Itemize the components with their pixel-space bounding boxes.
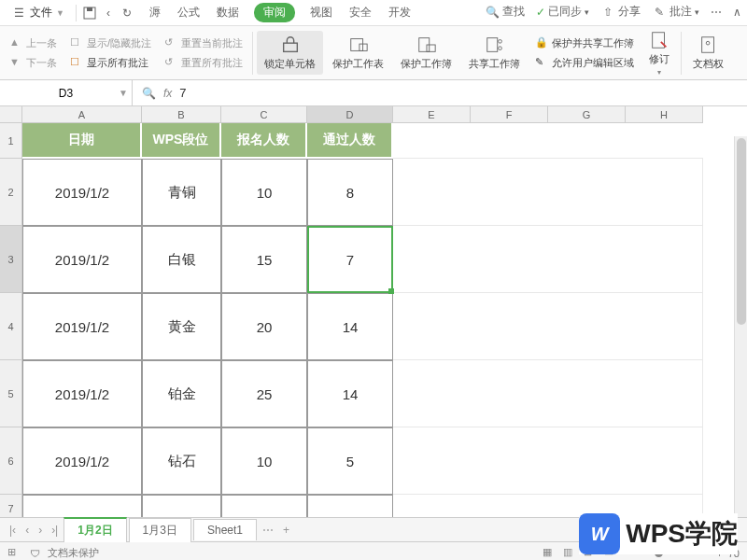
share-button[interactable]: ⇧分享 xyxy=(600,4,641,20)
nav-back-icon[interactable]: ‹ xyxy=(101,6,116,21)
row-header-2[interactable]: 2 xyxy=(0,159,22,226)
cell[interactable]: 青铜 xyxy=(142,159,221,226)
view-normal-icon[interactable]: ▦ xyxy=(543,546,557,561)
lock-cell-button[interactable]: 锁定单元格 xyxy=(257,31,323,75)
refresh-icon[interactable]: ↻ xyxy=(120,6,134,21)
cell[interactable] xyxy=(393,226,703,293)
sheet-add[interactable]: + xyxy=(279,524,293,537)
sheet-nav-last[interactable]: ›| xyxy=(48,524,62,537)
col-header-e[interactable]: E xyxy=(393,106,471,123)
tab-0[interactable]: 溽 xyxy=(148,3,162,22)
cell[interactable]: 2019/1/2 xyxy=(22,360,142,427)
grid-mode-icon[interactable]: ⊞ xyxy=(7,546,22,561)
cell[interactable]: 10 xyxy=(221,159,307,226)
select-all-corner[interactable] xyxy=(0,106,22,123)
cell[interactable]: 2019/1/2 xyxy=(22,159,142,226)
cell[interactable]: 14 xyxy=(307,293,393,360)
zoom-fx-icon[interactable]: 🔍 xyxy=(142,87,156,100)
chevron-down-icon[interactable]: ▼ xyxy=(119,88,128,98)
more-icon[interactable]: ⋯ xyxy=(711,6,722,19)
cell[interactable]: 25 xyxy=(221,360,307,427)
sheet-more[interactable]: ⋯ xyxy=(259,524,277,537)
scroll-thumb[interactable] xyxy=(737,138,746,325)
cell-grid[interactable]: 日期 WPS段位 报名人数 通过人数 2019/1/2 青铜 10 8 2019… xyxy=(22,123,703,517)
name-box[interactable]: ▼ xyxy=(0,80,133,105)
row-header-4[interactable]: 4 xyxy=(0,293,22,360)
tab-security[interactable]: 安全 xyxy=(347,3,374,22)
col-header-b[interactable]: B xyxy=(142,106,221,123)
cell[interactable]: 15 xyxy=(221,226,307,293)
tab-formula[interactable]: 公式 xyxy=(176,3,202,22)
sheet-nav-first[interactable]: |‹ xyxy=(6,524,20,537)
save-icon[interactable] xyxy=(82,6,97,21)
doc-permission-button[interactable]: 文档权 xyxy=(685,31,731,75)
row-header-5[interactable]: 5 xyxy=(0,360,22,427)
header-signup[interactable]: 报名人数 xyxy=(221,123,307,159)
col-header-f[interactable]: F xyxy=(471,106,548,123)
cell[interactable]: 7 xyxy=(307,226,393,293)
cell[interactable] xyxy=(393,427,703,495)
sheet-tab-3[interactable]: Sheet1 xyxy=(193,519,257,540)
find-button[interactable]: 🔍查找 xyxy=(485,4,525,20)
next-comment[interactable]: ▼下一条 xyxy=(7,54,59,72)
cell[interactable]: 2019/1/2 xyxy=(22,226,142,293)
cell[interactable]: 5 xyxy=(307,427,393,495)
tab-view[interactable]: 视图 xyxy=(308,3,334,22)
share-book-button[interactable]: 共享工作簿 xyxy=(461,31,528,75)
cell[interactable]: 钻石 xyxy=(142,427,221,495)
header-rank[interactable]: WPS段位 xyxy=(142,123,221,159)
tab-data[interactable]: 数据 xyxy=(215,3,241,22)
cell[interactable] xyxy=(393,293,703,360)
protect-book-button[interactable]: 保护工作簿 xyxy=(393,31,459,75)
expand-icon[interactable]: ∧ xyxy=(733,6,741,19)
col-header-g[interactable]: G xyxy=(548,106,626,123)
cell[interactable] xyxy=(393,159,703,226)
cell[interactable]: 10 xyxy=(221,495,307,517)
cell[interactable]: 黄金 xyxy=(142,293,221,360)
cell-reference-input[interactable] xyxy=(29,87,104,100)
cell[interactable]: 王者 xyxy=(142,495,221,517)
cell[interactable]: 8 xyxy=(307,159,393,226)
cell[interactable] xyxy=(393,360,703,427)
tab-develop[interactable]: 开发 xyxy=(387,3,413,22)
cell[interactable]: 10 xyxy=(221,427,307,495)
revise-button[interactable]: 修订▾ xyxy=(641,26,677,80)
sheet-nav-next[interactable]: › xyxy=(35,524,46,537)
cell[interactable]: 2019/1/2 xyxy=(22,427,142,495)
sheet-nav-prev[interactable]: ‹ xyxy=(21,524,33,537)
sync-button[interactable]: ✓已同步▾ xyxy=(536,4,589,20)
col-header-d[interactable]: D xyxy=(307,106,393,123)
row-header-1[interactable]: 1 xyxy=(0,123,22,159)
reset-all[interactable]: ↺重置所有批注 xyxy=(162,54,245,72)
cell[interactable]: 14 xyxy=(307,360,393,427)
header-pass[interactable]: 通过人数 xyxy=(307,123,393,159)
tab-review[interactable]: 审阅 xyxy=(254,3,295,22)
sheet-tab-1[interactable]: 1月2日 xyxy=(63,517,126,542)
cell[interactable]: 2019/1/2 xyxy=(22,495,142,517)
formula-value[interactable]: 7 xyxy=(179,86,186,100)
row-header-3[interactable]: 3 xyxy=(0,226,22,293)
row-header-7[interactable]: 7 xyxy=(0,495,22,517)
header-date[interactable]: 日期 xyxy=(22,123,142,159)
protect-share-book[interactable]: 🔒保护并共享工作簿 xyxy=(533,35,636,52)
row-header-6[interactable]: 6 xyxy=(0,427,22,495)
cell[interactable]: 铂金 xyxy=(142,360,221,427)
col-header-h[interactable]: H xyxy=(626,106,703,123)
cell[interactable]: 白银 xyxy=(142,226,221,293)
prev-comment[interactable]: ▲上一条 xyxy=(7,35,59,52)
reset-current[interactable]: ↺重置当前批注 xyxy=(162,35,245,52)
col-header-c[interactable]: C xyxy=(221,106,307,123)
showall-comments[interactable]: ☐显示所有批注 xyxy=(68,54,153,72)
protect-sheet-button[interactable]: 保护工作表 xyxy=(325,31,391,75)
view-page-icon[interactable]: ▥ xyxy=(563,546,578,561)
fx-icon[interactable]: fx xyxy=(163,87,172,100)
col-header-a[interactable]: A xyxy=(22,106,142,123)
sheet-tab-2[interactable]: 1月3日 xyxy=(129,518,191,542)
cell[interactable]: 1 xyxy=(307,495,393,517)
vertical-scrollbar[interactable] xyxy=(734,136,747,517)
showhide-comment[interactable]: ☐显示/隐藏批注 xyxy=(68,35,153,52)
allow-edit-range[interactable]: ✎允许用户编辑区域 xyxy=(533,54,636,72)
cell[interactable]: 2019/1/2 xyxy=(22,293,142,360)
cell[interactable]: 20 xyxy=(221,293,307,360)
file-menu[interactable]: ☰ 文件 ▼ xyxy=(6,3,70,22)
